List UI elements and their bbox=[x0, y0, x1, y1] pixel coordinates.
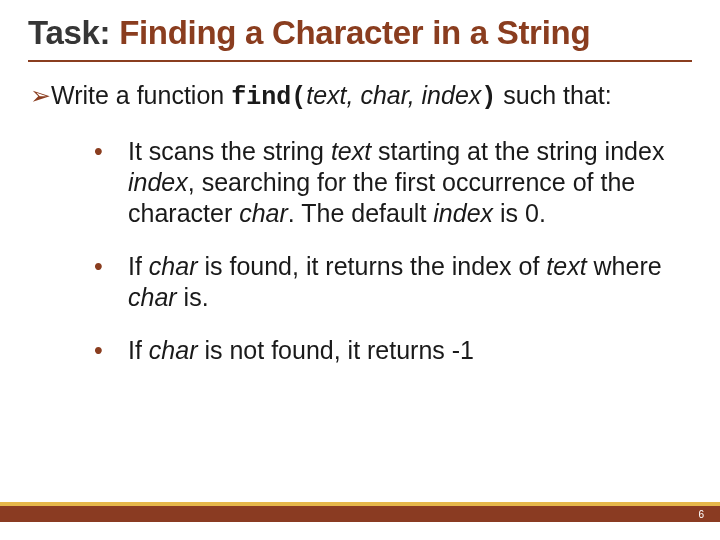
intro-post: such that: bbox=[496, 81, 611, 109]
title-main: Finding a Character in a String bbox=[119, 14, 590, 51]
body: ➢Write a function find(text, char, index… bbox=[28, 80, 692, 366]
list-item-text: If char is not found, it returns -1 bbox=[128, 335, 692, 366]
dot-bullet-icon: • bbox=[94, 136, 128, 167]
intro-paren-close: ) bbox=[481, 83, 496, 112]
sub-list: •It scans the string text starting at th… bbox=[30, 136, 692, 366]
page-number: 6 bbox=[698, 509, 704, 520]
list-item: •It scans the string text starting at th… bbox=[94, 136, 692, 229]
list-item-text: If char is found, it returns the index o… bbox=[128, 251, 692, 313]
list-item-text: It scans the string text starting at the… bbox=[128, 136, 692, 229]
title-prefix: Task: bbox=[28, 14, 119, 51]
list-item: •If char is found, it returns the index … bbox=[94, 251, 692, 313]
intro-args: text, char, index bbox=[306, 81, 481, 109]
footer-accent-dark bbox=[0, 506, 720, 522]
dot-bullet-icon: • bbox=[94, 251, 128, 282]
list-item: •If char is not found, it returns -1 bbox=[94, 335, 692, 366]
intro-pre: Write a function bbox=[51, 81, 231, 109]
dot-bullet-icon: • bbox=[94, 335, 128, 366]
intro-paren-open: ( bbox=[291, 83, 306, 112]
slide: Task: Finding a Character in a String ➢W… bbox=[0, 0, 720, 540]
arrow-bullet-icon: ➢ bbox=[30, 81, 51, 109]
intro-fn: find bbox=[231, 83, 291, 112]
slide-title: Task: Finding a Character in a String bbox=[28, 10, 692, 62]
intro-line: ➢Write a function find(text, char, index… bbox=[30, 80, 692, 114]
